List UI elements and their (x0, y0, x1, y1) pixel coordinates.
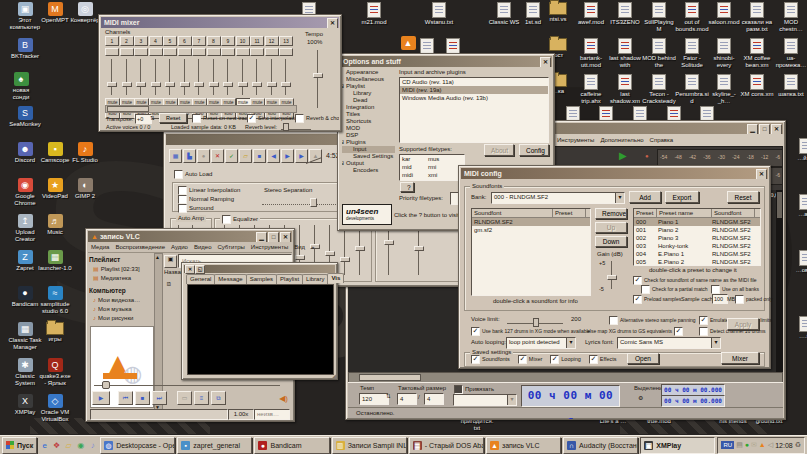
close-icon[interactable]: ✕ (540, 57, 551, 67)
up-button[interactable]: Up (595, 222, 627, 233)
channel-number-button[interactable]: 6 (178, 36, 192, 46)
channel-number-button[interactable]: 8 (207, 36, 221, 46)
taskbar-task-desktopcase-openvk-[interactable]: ◍Desktopcase - OpenVK -… (100, 437, 175, 454)
vlc-control-button[interactable]: ⧉ (211, 391, 226, 405)
channel-instrument-button[interactable] (149, 48, 163, 56)
vlc-control-button[interactable]: ■ (135, 391, 150, 405)
channel-instrument-button[interactable] (163, 48, 177, 56)
channel-instrument-button[interactable] (134, 48, 148, 56)
linear-interpolation-checkbox[interactable]: Linear Interpolation (178, 186, 240, 195)
close-icon[interactable]: ✕ (771, 124, 782, 134)
autoload-checkbox[interactable]: Auto Load (174, 170, 212, 179)
gain-slider[interactable] (607, 260, 616, 290)
desktop-icon-конверт-р[interactable]: ◎Конвертёр (68, 2, 102, 24)
tree-expand-icon[interactable]: ⊟ (342, 160, 344, 167)
seek-slider[interactable] (94, 381, 280, 386)
xg-map-checkbox[interactable]: else map XG drums to GS equivalents (587, 327, 683, 336)
channel-volume-slider[interactable] (165, 58, 174, 96)
desktop-icon-mod-chestn-[interactable]: MOD chestn… (774, 2, 807, 32)
tree-expand-icon[interactable]: ⊟ (342, 139, 344, 146)
channel-volume-slider[interactable] (252, 58, 261, 96)
desktop-icon-xmplay[interactable]: XXMPlay (8, 394, 42, 416)
tree-item-library[interactable]: Library (342, 90, 395, 97)
desktop-icon-camscope[interactable]: ▪Camscope (38, 142, 72, 164)
desktop-icon-m21-mod[interactable]: m21.mod (357, 2, 391, 26)
search-icon[interactable]: ▣ (164, 255, 177, 268)
reverb-level-slider[interactable] (281, 123, 311, 130)
timesig-den[interactable]: 4 (424, 393, 444, 405)
transpose-arrows[interactable]: ⇅ (150, 115, 155, 121)
soundfont-row[interactable]: gm.sf2 (472, 226, 590, 234)
minimize-icon[interactable]: ▁ (256, 232, 267, 242)
vlc-control-button[interactable]: ⏭ (152, 391, 167, 405)
tree-item-playlist[interactable]: ⊟Playlist (342, 83, 395, 90)
channel-volume-slider[interactable] (107, 58, 116, 96)
taskbar-task--старый-dos-abandon-[interactable]: ▓- Старый DOS Abandon… (409, 437, 484, 454)
gear-icon[interactable]: ⚙ (638, 395, 643, 402)
saved-looping-checkbox[interactable]: Looping (550, 355, 581, 364)
tab-samples[interactable]: Samples (246, 274, 277, 284)
tab-general[interactable]: General (186, 274, 215, 284)
tree-item-encoders[interactable]: Encoders (342, 167, 395, 174)
desktop-icon-этот-компьютер[interactable]: ▣Этот компьютер (8, 2, 42, 30)
menu-медиа[interactable]: Медиа (88, 242, 112, 252)
voice-limit-slider[interactable] (507, 319, 563, 324)
open-button[interactable]: Open (627, 353, 659, 364)
close-icon[interactable]: ✕ (756, 169, 767, 179)
desktop-icon--ahx[interactable]: …ahx (789, 194, 807, 218)
volume-icon[interactable]: ◀) (279, 394, 288, 403)
tempo-slider[interactable] (313, 49, 322, 109)
player-toolbar-button[interactable]: ● (197, 149, 210, 163)
player-toolbar-button[interactable]: ▙ (183, 149, 196, 163)
alt-stereo-checkbox[interactable]: Alternative stereo sample panning (609, 316, 696, 325)
desktop-icon-its3zeno[interactable]: ITS3ZENO (608, 2, 642, 26)
channel-number-button[interactable]: 5 (163, 36, 177, 46)
tab-library[interactable]: Library (302, 274, 328, 284)
preload-checkbox[interactable]: Preload samples (633, 295, 681, 304)
vlc-control-button[interactable]: ▭ (177, 391, 192, 405)
channel-number-button[interactable]: 4 (149, 36, 163, 46)
help-button[interactable]: ? (400, 182, 414, 192)
tree-item-mod[interactable]: MOD (342, 125, 395, 132)
level-slider[interactable] (414, 224, 423, 276)
player-toolbar-button[interactable]: ▶ (281, 149, 294, 163)
channel-volume-slider[interactable] (238, 58, 247, 96)
player-toolbar-button[interactable]: ◀ (267, 149, 280, 163)
player-toolbar-button[interactable]: ✕ (211, 149, 224, 163)
taskbar-task-audacity-восстановлен-[interactable]: ∩Audacity (Восстановлен) (563, 437, 638, 454)
audacity-menu-дополнительно[interactable]: Дополнительно (597, 135, 646, 145)
desktop-icon-google-chrome[interactable]: ◉Google Chrome (8, 178, 42, 206)
desktop-icon-wstanu-txt[interactable]: Wstanu.txt (422, 2, 456, 26)
vertical-scrollbar[interactable] (776, 190, 783, 373)
vlc-titlebar[interactable]: ▲ запись VLC ▁□✕ (88, 231, 292, 242)
quicklaunch-icon[interactable]: e (39, 440, 50, 451)
xg-drums-checkbox[interactable]: Use bank 127 drums in XG mode when avail… (471, 327, 590, 336)
desktop-icon-saloon-mod[interactable]: saloon.mod (707, 2, 741, 26)
player-toolbar-button[interactable]: ✓ (225, 149, 238, 163)
saved-effects-checkbox[interactable]: Effects (589, 355, 617, 364)
tree-item-dead[interactable]: Dead (342, 97, 395, 104)
about-button[interactable]: About (484, 144, 514, 156)
sidebar-item[interactable]: ♪Мои видеоза… (89, 296, 153, 305)
preset-row[interactable]: 003Honky-tonkRLNDGM.SF2 (634, 242, 760, 250)
options-titlebar[interactable]: Options and stuff ✕ (340, 56, 552, 67)
channel-number-button[interactable]: 3 (134, 36, 148, 46)
channel-volume-slider[interactable] (180, 58, 189, 96)
channel-volume-slider[interactable] (223, 58, 232, 96)
reset-button[interactable]: Reset (727, 191, 759, 203)
close-icon[interactable]: ✕ (327, 18, 338, 28)
tree-item-input[interactable]: Input (342, 146, 395, 153)
desktop-icon-skyline-h-[interactable]: skyline_-_h… (707, 74, 741, 104)
cache-input[interactable]: 100 (712, 294, 728, 304)
preset-row[interactable]: 005E.Piano 2RLNDGM.SF2 (634, 258, 760, 266)
partial-match-checkbox[interactable]: Check for a partial match (641, 285, 708, 294)
tray-clock[interactable]: 12:08 (775, 442, 793, 449)
menu-видео[interactable]: Видео (191, 242, 215, 252)
lyrics-font-select[interactable]: Comic Sans MS (617, 337, 721, 349)
timesig-num[interactable]: 4 (397, 393, 417, 405)
plugins-list[interactable]: CD Audio (rev. 11a)MIDI (rev. 19a)Window… (399, 77, 549, 143)
desktop-icon-tecon-cracksteady[interactable]: Tecon - Cracksteady (642, 74, 676, 104)
snap-checkbox[interactable]: Привязать (454, 385, 494, 394)
desktop-icon-ntsi-vs[interactable]: ntsi.vs (541, 2, 575, 23)
sidebar-item[interactable]: ♪Моя музыка (89, 305, 153, 314)
